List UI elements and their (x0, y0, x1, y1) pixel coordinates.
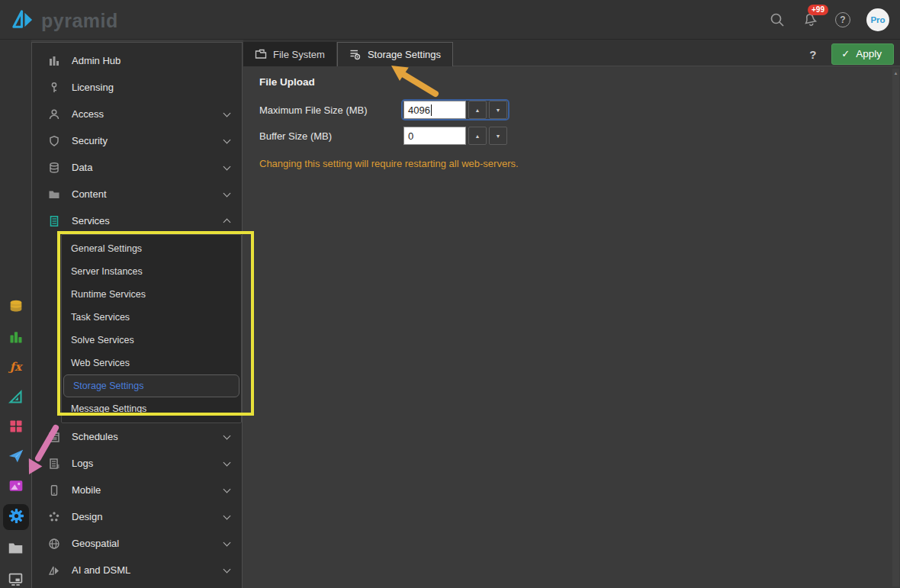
panel-help-button[interactable]: ? (806, 48, 819, 61)
vertical-scrollbar[interactable]: ▲ (892, 69, 899, 586)
spinner-up-button[interactable]: ▲ (468, 127, 487, 145)
services-submenu: General Settings Server Instances Runtim… (61, 234, 242, 423)
user-icon (47, 108, 60, 120)
chevron-down-icon (223, 458, 231, 466)
buffer-size-input[interactable]: 0 (403, 127, 466, 145)
submenu-item-storage-settings[interactable]: Storage Settings (63, 374, 239, 397)
max-file-size-group: 4096 ▲ ▼ (403, 101, 508, 119)
restart-warning-text: Changing this setting will require resta… (259, 158, 883, 169)
submenu-item-runtime-services[interactable]: Runtime Services (62, 283, 241, 306)
chevron-down-icon (223, 432, 231, 439)
sidebar-item-design[interactable]: Design (32, 503, 242, 530)
logo-text: pyramid (41, 10, 118, 32)
sidebar-item-access[interactable]: Access (32, 101, 242, 127)
tab-storage-settings[interactable]: Storage Settings (337, 42, 453, 66)
globe-icon (47, 537, 60, 550)
chevron-down-icon (223, 538, 231, 546)
storage-settings-tab-icon (349, 49, 362, 61)
search-icon[interactable] (768, 11, 786, 29)
scroll-up-icon: ▲ (892, 69, 899, 76)
chevron-down-icon (223, 162, 231, 170)
apply-button[interactable]: ✓ Apply (831, 43, 894, 65)
sidebar-item-security[interactable]: Security (32, 127, 242, 154)
admin-sidebar: Admin Hub Licensing Access Security Data… (31, 42, 243, 588)
sidebar-item-ai-and-dsml[interactable]: AI and DSML (32, 557, 242, 583)
sidebar-item-label: Access (72, 108, 104, 120)
max-file-size-input[interactable]: 4096 (403, 101, 466, 119)
chevron-up-icon (223, 219, 231, 227)
submenu-item-web-services[interactable]: Web Services (62, 352, 241, 374)
presentation-icon[interactable] (7, 570, 25, 588)
sidebar-item-logs[interactable]: Logs (32, 450, 242, 477)
apply-label: Apply (856, 48, 882, 59)
module-rail: ƒx (0, 40, 31, 588)
submenu-item-solve-services[interactable]: Solve Services (62, 329, 241, 352)
grid-squares-icon[interactable] (7, 417, 25, 435)
sidebar-item-label: Mobile (72, 484, 101, 496)
sidebar-item-label: Geospatial (72, 538, 119, 549)
spinner-up-button[interactable]: ▲ (468, 101, 487, 119)
sidebar-item-services[interactable]: Services (32, 207, 242, 234)
formula-fx-icon[interactable]: ƒx (7, 358, 25, 376)
image-icon[interactable] (7, 477, 25, 495)
tab-bar: File System Storage Settings ? ✓ Apply (243, 40, 900, 66)
topbar-actions: +99 ? Pro (768, 0, 889, 40)
chevron-down-icon (223, 109, 231, 117)
chevron-down-icon (223, 485, 231, 493)
submenu-item-task-services[interactable]: Task Services (62, 306, 241, 329)
sidebar-item-schedules[interactable]: Schedules (32, 423, 242, 450)
user-avatar[interactable]: Pro (866, 8, 889, 31)
tab-file-system[interactable]: File System (243, 42, 337, 66)
sidebar-item-label: Licensing (72, 82, 114, 93)
tab-label: File System (273, 49, 325, 60)
sidebar-item-label: Logs (72, 458, 93, 469)
paper-plane-icon[interactable] (7, 447, 25, 465)
database-icon[interactable] (7, 297, 25, 316)
sidebar-item-data[interactable]: Data (32, 154, 242, 181)
folder-tab-icon (255, 48, 267, 60)
sidebar-item-label: Schedules (72, 431, 118, 442)
submenu-item-general-settings[interactable]: General Settings (62, 237, 241, 260)
spinner-down-button[interactable]: ▼ (489, 101, 507, 119)
log-document-icon (47, 457, 60, 470)
set-square-icon[interactable] (7, 387, 25, 406)
mobile-phone-icon (47, 484, 60, 496)
shield-icon (47, 134, 60, 147)
sidebar-item-label: Security (72, 135, 108, 146)
help-glyph: ? (835, 12, 850, 27)
chevron-down-icon (223, 512, 231, 519)
main-panel: File System Storage Settings ? ✓ Apply F… (243, 40, 900, 588)
sidebar-item-label: Content (72, 188, 107, 200)
sidebar-item-admin-hub[interactable]: Admin Hub (32, 47, 242, 74)
top-bar: pyramid +99 ? Pro (0, 0, 900, 40)
ai-dsml-icon (47, 564, 60, 577)
pyramid-logo-icon (11, 8, 34, 34)
sidebar-item-label: AI and DSML (72, 564, 130, 576)
sidebar-item-licensing[interactable]: Licensing (32, 74, 242, 101)
admin-gear-selected[interactable] (3, 504, 29, 530)
chevron-down-icon (223, 189, 231, 197)
folder-icon[interactable] (7, 538, 25, 557)
tabbar-actions: ? ✓ Apply (806, 43, 894, 65)
buffer-size-group: 0 ▲ ▼ (403, 127, 508, 145)
help-icon[interactable]: ? (834, 11, 852, 29)
pyramid-logo: pyramid (11, 8, 118, 34)
storage-settings-form: File Upload Maximum File Size (MB) 4096 … (243, 66, 900, 169)
check-icon: ✓ (841, 48, 850, 59)
chevron-down-icon (223, 565, 231, 573)
buffer-size-label: Buffer Size (MB) (259, 130, 403, 142)
bar-chart-icon[interactable] (7, 328, 25, 346)
sidebar-item-content[interactable]: Content (32, 181, 242, 207)
sidebar-item-geospatial[interactable]: Geospatial (32, 530, 242, 557)
section-title: File Upload (259, 76, 883, 88)
notifications-bell-icon[interactable]: +99 (801, 11, 819, 29)
submenu-item-message-settings[interactable]: Message Settings (62, 397, 241, 420)
sidebar-item-label: Data (72, 162, 92, 173)
sidebar-item-label: Design (72, 511, 102, 522)
tab-label: Storage Settings (368, 49, 441, 60)
sidebar-item-mobile[interactable]: Mobile (32, 477, 242, 503)
folder-gray-icon (47, 188, 60, 201)
sidebar-item-label: Admin Hub (72, 55, 121, 66)
submenu-item-server-instances[interactable]: Server Instances (62, 260, 241, 283)
spinner-down-button[interactable]: ▼ (489, 127, 507, 145)
